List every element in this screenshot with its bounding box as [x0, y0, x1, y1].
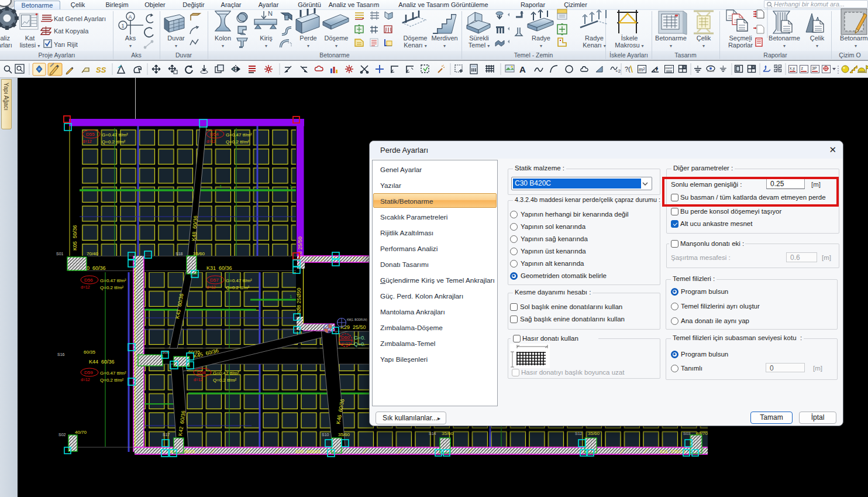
svg-text:S12: S12 — [575, 431, 583, 436]
svg-text:D57: D57 — [210, 277, 219, 283]
svg-text:Q=0.2 tf/m²: Q=0.2 tf/m² — [213, 378, 237, 383]
svg-text:d=12: d=12 — [82, 139, 92, 143]
svg-text:S14: S14 — [429, 431, 436, 436]
svg-text:G=0.47 tf/m²: G=0.47 tf/m² — [102, 132, 128, 138]
svg-text:S21 375/25: S21 375/25 — [660, 449, 686, 454]
svg-text:d=12: d=12 — [206, 285, 216, 289]
svg-text:G=0.47 tf/m²: G=0.47 tf/m² — [226, 278, 252, 283]
svg-text:S10: S10 — [322, 433, 329, 437]
svg-text:d=12: d=12 — [81, 285, 90, 289]
svg-text:d=12: d=12 — [341, 342, 350, 346]
svg-text:S18: S18 — [175, 252, 183, 256]
svg-text:G=0.47 tf/m²: G=0.47 tf/m² — [213, 371, 239, 376]
svg-text:K44 60/36: K44 60/36 — [89, 359, 115, 365]
svg-text:D56: D56 — [84, 277, 93, 283]
svg-text:A: A — [129, 14, 132, 20]
svg-text:K31 60/36: K31 60/36 — [206, 265, 232, 271]
svg-text:G=0.47 tf/m²: G=0.47 tf/m² — [100, 278, 126, 283]
svg-text:70/40: 70/40 — [87, 251, 99, 256]
svg-text:Q=0.2 tf/m²: Q=0.2 tf/m² — [100, 285, 124, 290]
svg-text:d=12: d=12 — [206, 139, 216, 143]
svg-text:D55: D55 — [86, 132, 95, 137]
svg-text:S01: S01 — [56, 252, 64, 256]
svg-text:S02: S02 — [58, 433, 66, 437]
svg-text:1: 1 — [290, 184, 292, 189]
svg-text:?(: ?( — [625, 66, 631, 73]
svg-text:A: A — [519, 64, 526, 74]
svg-text:1: 1 — [219, 184, 222, 189]
svg-text:35/60: 35/60 — [442, 431, 454, 436]
svg-text:KM(1. BODRUM): KM(1. BODRUM) — [347, 318, 367, 321]
svg-text:G=0.47 tf/m²: G=0.47 tf/m² — [100, 371, 126, 376]
svg-text:60/35: 60/35 — [84, 349, 96, 355]
svg-text:Q=0.2 tf/m²: Q=0.2 tf/m² — [102, 139, 126, 145]
svg-text:D54: D54 — [210, 132, 219, 137]
svg-text:1: 1 — [290, 294, 292, 299]
svg-text:K29 25/50: K29 25/50 — [340, 324, 366, 330]
svg-text:N: N — [268, 10, 273, 17]
svg-text:Q=0.2 tf/m²: Q=0.2 tf/m² — [100, 378, 124, 383]
svg-text:S03: S03 — [683, 431, 691, 436]
svg-text:S16: S16 — [57, 352, 65, 357]
svg-text:D59: D59 — [84, 370, 93, 375]
svg-text:G=0.: G=0. — [354, 335, 366, 341]
svg-text:D60: D60 — [341, 335, 350, 340]
svg-text:S20 385/25: S20 385/25 — [295, 449, 321, 454]
svg-text:K05 50/36: K05 50/36 — [72, 225, 78, 251]
svg-text:S17: S17 — [163, 433, 170, 437]
svg-text:60/35: 60/35 — [188, 349, 201, 355]
svg-text:3Ø8 25Ø50: 3Ø8 25Ø50 — [296, 287, 302, 315]
svg-text:Q=0.: Q=0. — [354, 341, 366, 347]
svg-text:Q=0.2 tf/m²: Q=0.2 tf/m² — [226, 139, 250, 145]
svg-text:SS: SS — [96, 66, 106, 74]
svg-text:G=0.47 tf/m²: G=0.47 tf/m² — [226, 132, 252, 138]
svg-text:+2: +2 — [615, 68, 621, 74]
svg-text:40/70: 40/70 — [75, 430, 87, 435]
svg-text:d=12: d=12 — [194, 378, 203, 382]
svg-text:D58: D58 — [197, 370, 206, 375]
svg-text:35/60: 35/60 — [338, 432, 350, 437]
svg-text:35/60: 35/60 — [588, 431, 600, 436]
svg-text:Q=0.2 tf/m²: Q=0.2 tf/m² — [226, 285, 250, 290]
svg-text:d=12: d=12 — [81, 378, 90, 382]
